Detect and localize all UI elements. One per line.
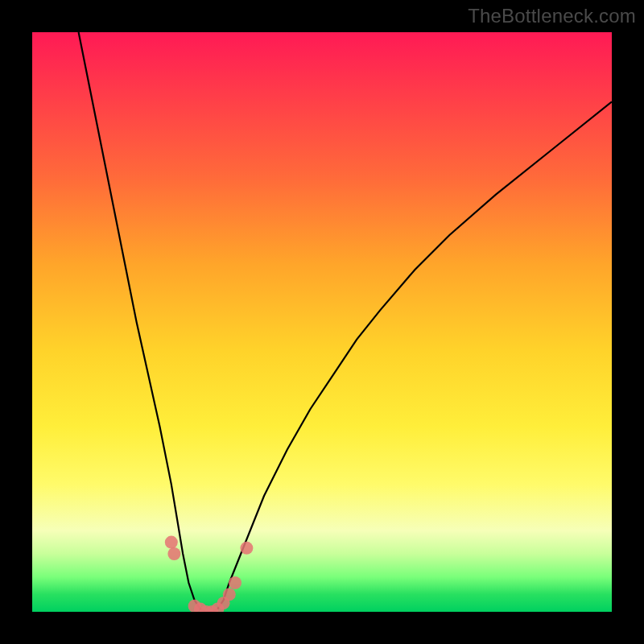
curve-svg xyxy=(32,32,612,612)
bottleneck-curve xyxy=(79,32,612,612)
data-marker xyxy=(229,576,242,589)
data-marker xyxy=(165,536,178,549)
plot-area xyxy=(32,32,612,612)
data-markers xyxy=(165,536,254,612)
watermark-label: TheBottleneck.com xyxy=(468,5,636,27)
data-marker xyxy=(167,547,180,560)
data-marker xyxy=(240,542,253,555)
chart-frame: TheBottleneck.com xyxy=(0,0,644,644)
data-marker xyxy=(223,588,236,601)
